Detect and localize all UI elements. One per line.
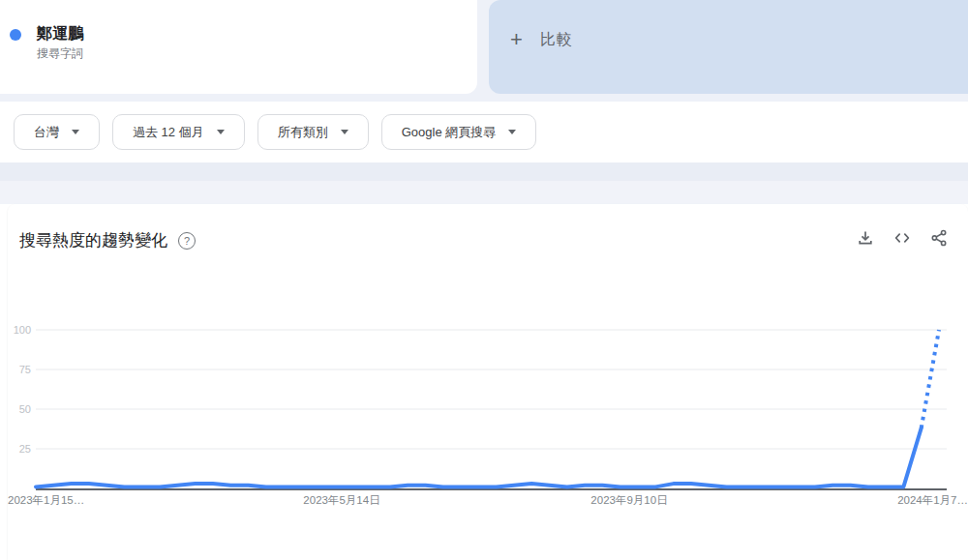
search-term-type-label: 搜尋字詞 <box>37 45 83 62</box>
x-tick-label: 2023年1月15… <box>8 494 84 506</box>
filter-row: 台灣 過去 12 個月 所有類別 Google 網頁搜尋 <box>14 114 536 150</box>
search-term-name: 鄭運鵬 <box>37 24 84 44</box>
region-filter-dropdown[interactable]: 台灣 <box>14 114 100 150</box>
add-comparison-card[interactable]: + 比較 <box>489 0 968 94</box>
plus-icon: + <box>510 29 523 50</box>
compare-label: 比較 <box>540 30 573 50</box>
trend-line-dotted <box>922 330 939 428</box>
embed-code-icon[interactable] <box>893 229 911 247</box>
search-term-card[interactable]: 鄭運鵬 搜尋字詞 <box>0 0 477 94</box>
y-tick-label: 50 <box>19 403 31 415</box>
y-tick-label: 100 <box>14 324 31 336</box>
search-type-filter-dropdown[interactable]: Google 網頁搜尋 <box>381 114 537 150</box>
y-tick-label: 75 <box>19 364 31 375</box>
chevron-down-icon <box>341 130 348 134</box>
x-tick-label: 2024年1月7… <box>897 494 968 506</box>
header-band: 鄭運鵬 搜尋字詞 + 比較 <box>0 0 968 102</box>
x-tick-label: 2023年5月14日 <box>303 494 379 506</box>
filter-band: 台灣 過去 12 個月 所有類別 Google 網頁搜尋 <box>0 102 968 162</box>
time-range-filter-dropdown[interactable]: 過去 12 個月 <box>112 114 245 150</box>
interest-over-time-card: 搜尋熱度的趨勢變化 ? 100 <box>8 204 968 560</box>
series-color-dot <box>10 29 21 41</box>
trends-line-chart[interactable]: 100 75 50 25 2023年1月15… 2023年5月14日 2023年… <box>8 310 968 538</box>
section-divider-band-light <box>0 181 968 204</box>
category-filter-dropdown[interactable]: 所有類別 <box>257 114 369 150</box>
y-tick-label: 25 <box>19 443 31 455</box>
chevron-down-icon <box>217 130 225 134</box>
trend-line-solid <box>36 428 922 487</box>
chart-title: 搜尋熱度的趨勢變化 <box>19 229 167 251</box>
chevron-down-icon <box>72 130 79 134</box>
chevron-down-icon <box>508 130 516 134</box>
search-type-filter-label: Google 網頁搜尋 <box>402 124 497 141</box>
help-icon[interactable]: ? <box>178 232 196 250</box>
share-icon[interactable] <box>930 229 948 247</box>
region-filter-label: 台灣 <box>34 124 59 141</box>
x-tick-label: 2023年9月10日 <box>590 494 667 506</box>
time-range-filter-label: 過去 12 個月 <box>133 124 204 141</box>
download-icon[interactable] <box>857 229 874 247</box>
section-divider-band <box>0 162 968 181</box>
category-filter-label: 所有類別 <box>278 124 328 141</box>
chart-action-toolbar <box>857 229 948 247</box>
